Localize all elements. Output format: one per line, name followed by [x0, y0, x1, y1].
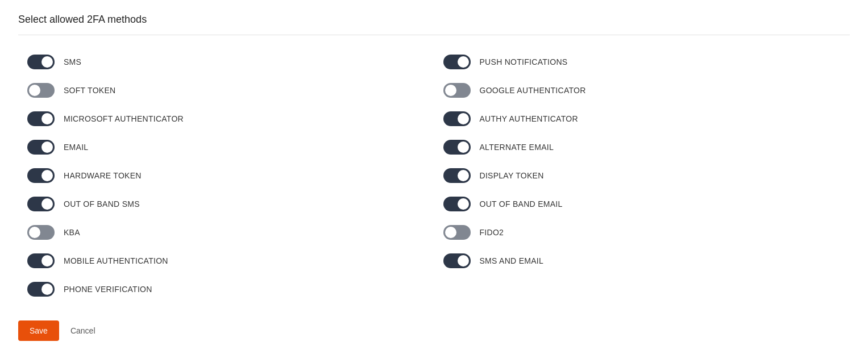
method-item-sms: SMS — [18, 49, 434, 75]
footer: Save Cancel — [18, 320, 850, 341]
method-item-display-token: DISPLAY TOKEN — [434, 163, 850, 189]
method-label-push-notifications: PUSH NOTIFICATIONS — [480, 57, 568, 66]
toggle-sms-and-email[interactable] — [443, 253, 471, 268]
method-label-soft-token: SOFT TOKEN — [64, 86, 116, 95]
left-column: SMSSOFT TOKENMICROSOFT AUTHENTICATOREMAI… — [18, 49, 434, 302]
page-title: Select allowed 2FA methods — [18, 14, 850, 26]
cancel-button[interactable]: Cancel — [68, 320, 98, 341]
method-label-google-authenticator: GOOGLE AUTHENTICATOR — [480, 86, 586, 95]
method-item-sms-and-email: SMS AND EMAIL — [434, 248, 850, 274]
toggle-hardware-token[interactable] — [27, 168, 55, 183]
toggle-email[interactable] — [27, 140, 55, 155]
right-column: PUSH NOTIFICATIONSGOOGLE AUTHENTICATORAU… — [434, 49, 850, 302]
method-item-microsoft-authenticator: MICROSOFT AUTHENTICATOR — [18, 106, 434, 132]
toggle-google-authenticator[interactable] — [443, 83, 471, 98]
toggle-phone-verification[interactable] — [27, 282, 55, 297]
method-label-mobile-authentication: MOBILE AUTHENTICATION — [64, 256, 168, 265]
method-label-display-token: DISPLAY TOKEN — [480, 171, 544, 180]
toggle-display-token[interactable] — [443, 168, 471, 183]
method-label-sms-and-email: SMS AND EMAIL — [480, 256, 544, 265]
method-item-kba: KBA — [18, 219, 434, 245]
method-item-alternate-email: ALTERNATE EMAIL — [434, 134, 850, 160]
method-item-email: EMAIL — [18, 134, 434, 160]
toggle-fido2[interactable] — [443, 225, 471, 240]
toggle-authy-authenticator[interactable] — [443, 111, 471, 126]
method-label-out-of-band-sms: OUT OF BAND SMS — [64, 199, 140, 209]
toggle-soft-token[interactable] — [27, 83, 55, 98]
toggle-mobile-authentication[interactable] — [27, 253, 55, 268]
method-item-soft-token: SOFT TOKEN — [18, 77, 434, 103]
method-label-fido2: FIDO2 — [480, 228, 504, 237]
method-item-push-notifications: PUSH NOTIFICATIONS — [434, 49, 850, 75]
method-item-mobile-authentication: MOBILE AUTHENTICATION — [18, 248, 434, 274]
method-label-kba: KBA — [64, 228, 80, 237]
method-item-authy-authenticator: AUTHY AUTHENTICATOR — [434, 106, 850, 132]
method-label-microsoft-authenticator: MICROSOFT AUTHENTICATOR — [64, 114, 184, 123]
method-item-google-authenticator: GOOGLE AUTHENTICATOR — [434, 77, 850, 103]
toggle-microsoft-authenticator[interactable] — [27, 111, 55, 126]
method-item-hardware-token: HARDWARE TOKEN — [18, 163, 434, 189]
toggle-alternate-email[interactable] — [443, 140, 471, 155]
save-button[interactable]: Save — [18, 320, 59, 341]
method-label-sms: SMS — [64, 57, 81, 66]
method-label-authy-authenticator: AUTHY AUTHENTICATOR — [480, 114, 578, 123]
method-label-out-of-band-email: OUT OF BAND EMAIL — [480, 199, 563, 209]
method-label-hardware-token: HARDWARE TOKEN — [64, 171, 142, 180]
method-item-out-of-band-sms: OUT OF BAND SMS — [18, 191, 434, 217]
methods-grid: SMSSOFT TOKENMICROSOFT AUTHENTICATOREMAI… — [18, 49, 850, 302]
toggle-kba[interactable] — [27, 225, 55, 240]
toggle-sms[interactable] — [27, 55, 55, 69]
method-label-phone-verification: PHONE VERIFICATION — [64, 285, 152, 294]
toggle-out-of-band-email[interactable] — [443, 197, 471, 211]
divider — [18, 35, 850, 35]
method-label-email: EMAIL — [64, 143, 88, 152]
toggle-out-of-band-sms[interactable] — [27, 197, 55, 211]
method-item-phone-verification: PHONE VERIFICATION — [18, 276, 434, 302]
method-item-out-of-band-email: OUT OF BAND EMAIL — [434, 191, 850, 217]
method-label-alternate-email: ALTERNATE EMAIL — [480, 143, 554, 152]
method-item-fido2: FIDO2 — [434, 219, 850, 245]
toggle-push-notifications[interactable] — [443, 55, 471, 69]
